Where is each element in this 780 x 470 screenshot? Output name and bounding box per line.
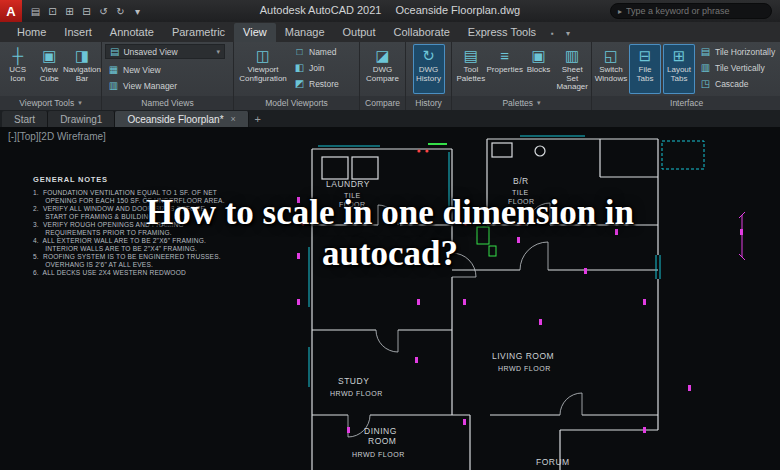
switch-windows-button[interactable]: ◱ Switch Windows [595, 44, 627, 94]
open-icon[interactable]: ⊞ [62, 6, 77, 17]
join-viewports-button[interactable]: ◧ Join [291, 60, 342, 75]
cascade-button[interactable]: ◳ Cascade [697, 76, 778, 91]
dwg-compare-button[interactable]: ◪ DWG Compare [367, 44, 399, 94]
tab-insert[interactable]: Insert [55, 23, 101, 42]
button-label: History [416, 75, 441, 84]
note-line: REQUIREMENTS PRIOR TO FRAMING. [33, 229, 225, 237]
tab-output[interactable]: Output [334, 23, 385, 42]
join-icon: ◧ [294, 62, 305, 73]
autocad-logo[interactable]: A [0, 0, 22, 22]
viewport-configuration-button[interactable]: ◫ Viewport Configuration [237, 44, 289, 94]
ribbon-minimize-icon[interactable]: ▾ [560, 25, 576, 42]
door-swings [348, 203, 582, 437]
tab-manage[interactable]: Manage [276, 23, 334, 42]
viewport-controls[interactable]: [-][Top][2D Wireframe] [8, 131, 106, 142]
qat-dropdown-icon[interactable]: ▾ [130, 6, 145, 17]
button-label: Icon [10, 75, 25, 84]
tab-collaborate[interactable]: Collaborate [385, 23, 459, 42]
window-title: Autodesk AutoCAD 2021 Oceanside Floorpla… [260, 4, 520, 16]
properties-button[interactable]: ≡ Properties [489, 44, 521, 94]
redo-icon[interactable]: ↻ [113, 6, 128, 17]
view-cube-button[interactable]: ▣ View Cube [35, 44, 65, 94]
note-line: 5. ROOFING SYSTEM IS TO BE ENGINEERED TR… [33, 253, 225, 261]
room-sublabel: ROOM [368, 436, 396, 446]
quick-access-toolbar: ▤ ⊡ ⊞ ⊟ ↺ ↻ ▾ [22, 6, 151, 17]
room-sublabel: TILE [344, 192, 361, 199]
room-sublabel: FLOOR [339, 201, 366, 208]
restore-viewports-button[interactable]: ◩ Restore [291, 76, 342, 91]
room-label-br: B/R [513, 176, 529, 186]
room-sublabel: HRWD FLOOR [352, 451, 405, 458]
title-bar: A ▤ ⊡ ⊞ ⊟ ↺ ↻ ▾ Autodesk AutoCAD 2021 Oc… [0, 0, 780, 22]
tab-view[interactable]: View [234, 23, 276, 42]
help-search-box[interactable]: ▸ [610, 3, 772, 19]
button-label: Manager [556, 83, 588, 92]
search-input[interactable] [626, 6, 764, 16]
ribbon-tab-bar: Home Insert Annotate Parametric View Man… [0, 22, 780, 42]
dwg-history-button[interactable]: ↻ DWG History [413, 44, 445, 94]
panel-model-viewports: ◫ Viewport Configuration □ Named ◧ Join … [234, 42, 360, 110]
ucs-icon-button[interactable]: ┼ UCS Icon [3, 44, 33, 94]
layout-tabs-icon: ⊞ [673, 46, 686, 66]
panel-label-model-viewports[interactable]: Model Viewports [234, 96, 359, 110]
dwg-compare-icon: ◪ [375, 46, 389, 66]
tab-home[interactable]: Home [8, 23, 55, 42]
viewport-configuration-icon: ◫ [256, 46, 270, 66]
note-line: START OF FRAMING & BUILDING. [33, 213, 225, 221]
view-cube-icon: ▣ [42, 46, 56, 66]
view-manager-button[interactable]: ▥ View Manager [105, 78, 230, 93]
cascade-icon: ◳ [700, 78, 711, 89]
close-icon[interactable]: × [231, 114, 236, 124]
workspace-icon[interactable]: ▤ [28, 6, 43, 17]
properties-icon: ≡ [500, 46, 509, 66]
note-line: 6. ALL DECKS USE 2X4 WESTERN REDWOOD [33, 269, 225, 277]
view-dropdown[interactable]: ▤ Unsaved View ▾ [105, 44, 225, 59]
drawing-canvas[interactable]: [-][Top][2D Wireframe] GENERAL NOTES 1. … [0, 127, 780, 470]
note-line: OPENING FOR EACH 150 SF. OF UNDERFLOOR A… [33, 197, 225, 205]
dwg-history-icon: ↻ [422, 46, 435, 66]
sheet-set-manager-button[interactable]: ▥ Sheet Set Manager [556, 44, 588, 94]
tab-parametric[interactable]: Parametric [163, 23, 234, 42]
undo-icon[interactable]: ↺ [96, 6, 111, 17]
note-line: 3. VERIFY ROUGH OPENINGS AND FRAMING [33, 221, 225, 229]
named-viewports-button[interactable]: □ Named [291, 44, 342, 59]
file-tab-start[interactable]: Start [2, 111, 48, 127]
button-label: Properties [486, 66, 522, 75]
app-title: Autodesk AutoCAD 2021 [260, 4, 382, 16]
file-tabs-button[interactable]: ⊟ File Tabs [629, 44, 661, 94]
blocks-button[interactable]: ▣ Blocks [523, 44, 555, 94]
tile-vertically-button[interactable]: ▥ Tile Vertically [697, 60, 778, 75]
room-sublabel: HRWD FLOOR [498, 365, 551, 372]
panel-label-viewport-tools[interactable]: Viewport Tools ▾ [0, 96, 101, 110]
panel-label-named-views[interactable]: Named Views [102, 96, 233, 110]
tab-annotate[interactable]: Annotate [101, 23, 163, 42]
new-tab-button[interactable]: + [249, 111, 267, 127]
ucs-icon: ┼ [12, 46, 23, 66]
file-tab-drawing1[interactable]: Drawing1 [48, 111, 115, 127]
panel-label-history[interactable]: History [406, 96, 451, 110]
panel-viewport-tools: ┼ UCS Icon ▣ View Cube ◨ Navigation Bar … [0, 42, 102, 110]
tab-express-tools[interactable]: Express Tools [459, 23, 545, 42]
navigation-bar-button[interactable]: ◨ Navigation Bar [66, 44, 98, 94]
panel-label-palettes[interactable]: Palettes ▾ [452, 96, 591, 110]
plot-icon[interactable]: ⊟ [79, 6, 94, 17]
file-tab-oceanside-floorplan[interactable]: Oceanside Floorplan* × [115, 111, 248, 127]
chevron-down-icon: ▾ [78, 99, 82, 107]
ribbon-options-icon[interactable]: ▪ [545, 25, 560, 42]
dimension-markers [297, 197, 743, 433]
switch-windows-icon: ◱ [604, 46, 618, 66]
tile-horizontally-button[interactable]: ▤ Tile Horizontally [697, 44, 778, 59]
button-label: Palettes [456, 75, 485, 84]
save-icon[interactable]: ⊡ [45, 6, 60, 17]
layout-tabs-button[interactable]: ⊞ Layout Tabs [663, 44, 695, 94]
tile-vertically-icon: ▥ [700, 62, 711, 73]
autocad-window: A ▤ ⊡ ⊞ ⊟ ↺ ↻ ▾ Autodesk AutoCAD 2021 Oc… [0, 0, 780, 470]
panel-label-compare[interactable]: Compare [360, 96, 405, 110]
note-line: 4. ALL EXTERIOR WALL ARE TO BE 2"X6" FRA… [33, 237, 225, 245]
room-label-forum: FORUM [536, 457, 570, 467]
tool-palettes-button[interactable]: ▤ Tool Palettes [455, 44, 487, 94]
room-labels: LAUNDRY TILE FLOOR B/R TILE FLOOR LIVING… [326, 176, 570, 467]
button-label: Tabs [637, 75, 654, 84]
new-view-button[interactable]: ▦ New View [105, 62, 230, 77]
panel-label-interface[interactable]: Interface [592, 96, 780, 110]
